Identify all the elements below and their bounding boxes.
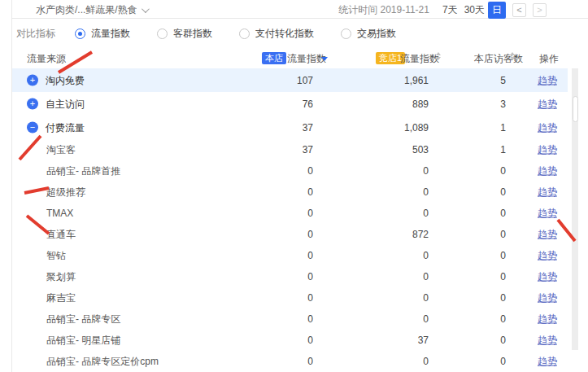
table-row: 淘宝客375031趋势 (12, 139, 568, 160)
visitors-value: 0 (500, 271, 506, 282)
rival-index-value: 0 (423, 292, 429, 304)
own-index-value: 0 (307, 208, 313, 219)
visitors-value: 0 (500, 186, 506, 198)
trend-link[interactable]: 趋势 (538, 356, 557, 367)
visitors-value: 0 (500, 335, 506, 346)
trend-link[interactable]: 趋势 (538, 121, 557, 133)
own-index-value: 0 (307, 271, 313, 282)
table-row: 超级推荐000趋势 (12, 182, 568, 203)
table-row: 品销宝- 品牌专区定价cpm000趋势 (12, 351, 568, 372)
column-visitors[interactable]: 本店访客数 (474, 52, 523, 66)
table-body: +淘内免费1071,9615趋势+自主访问768893趋势−付费流量371,08… (12, 68, 568, 372)
date-range-button-2[interactable]: 日 (488, 2, 506, 19)
source-name-cell: +淘内免费 (27, 73, 85, 87)
trend-link[interactable]: 趋势 (538, 271, 557, 282)
metric-radio-2[interactable]: 支付转化指数 (239, 27, 314, 41)
rival-index-value: 37 (418, 335, 429, 346)
visitors-value: 5 (500, 75, 506, 86)
compare-metrics-row: 对比指标 流量指数客群指数支付转化指数交易指数 (16, 27, 423, 41)
source-name-cell: 品销宝- 品牌专区 (46, 313, 120, 326)
trend-link[interactable]: 趋势 (538, 165, 557, 177)
source-name-label: 付费流量 (46, 120, 85, 134)
rival-index-value: 1,961 (404, 75, 429, 86)
metric-radio-0[interactable]: 流量指数 (75, 27, 130, 41)
rival-index-value: 889 (412, 98, 429, 110)
own-index-value: 76 (303, 98, 313, 110)
visitors-value: 0 (500, 165, 506, 177)
next-day-button[interactable]: > (533, 3, 547, 17)
source-name-cell: 直通车 (46, 228, 76, 242)
source-name-cell: 智钻 (46, 249, 66, 263)
scrollbar-track[interactable] (572, 68, 578, 350)
table-row: 品销宝- 品牌专区000趋势 (12, 309, 568, 330)
source-name-cell: 品销宝- 品牌首推 (46, 164, 120, 178)
source-name-cell: 品销宝- 品牌专区定价cpm (46, 355, 159, 369)
source-name-cell: +自主访问 (27, 97, 85, 111)
trend-link[interactable]: 趋势 (538, 250, 557, 261)
metric-radio-3[interactable]: 交易指数 (341, 27, 396, 41)
sort-icon[interactable] (510, 52, 515, 60)
visitors-value: 1 (500, 122, 506, 133)
source-name-label: 品销宝- 品牌首推 (46, 164, 120, 178)
collapse-minus-icon[interactable]: − (27, 122, 38, 133)
table-row: 智钻000趋势 (12, 245, 568, 266)
trend-link[interactable]: 趋势 (538, 144, 557, 155)
own-index-value: 0 (307, 165, 313, 177)
source-name-label: TMAX (46, 208, 73, 219)
own-index-value: 0 (307, 229, 313, 240)
rival-index-value: 1,089 (404, 122, 429, 133)
trend-link[interactable]: 趋势 (538, 292, 557, 304)
own-index-value: 0 (307, 186, 313, 198)
own-index-value: 37 (303, 144, 313, 155)
expand-plus-icon[interactable]: + (27, 75, 38, 86)
trend-link[interactable]: 趋势 (538, 335, 557, 346)
source-name-label: 自主访问 (46, 97, 85, 111)
stat-time-label: 统计时间 2019-11-21 (338, 3, 429, 17)
category-label: 水产肉类/...鲜蔬果/熟食 (36, 3, 137, 17)
prev-day-button[interactable]: < (512, 3, 526, 17)
own-shop-badge: 本店 (262, 52, 286, 64)
visitors-value: 0 (500, 292, 506, 304)
radio-selected-icon (75, 28, 85, 39)
source-name-cell: 品销宝- 明星店铺 (46, 334, 120, 348)
own-index-value: 0 (307, 356, 313, 367)
sort-desc-icon[interactable] (321, 52, 328, 63)
source-name-label: 品销宝- 品牌专区 (46, 313, 120, 326)
column-own-index[interactable]: 流量指数 (287, 52, 326, 66)
column-rival-index[interactable]: 流量指数 (400, 52, 439, 66)
scrollbar-thumb[interactable] (573, 96, 578, 122)
rival-index-value: 0 (423, 356, 429, 367)
trend-link[interactable]: 趋势 (538, 208, 557, 219)
visitors-value: 0 (500, 208, 506, 219)
trend-link[interactable]: 趋势 (538, 229, 557, 240)
table-row: 麻吉宝000趋势 (12, 287, 568, 309)
trend-link[interactable]: 趋势 (538, 313, 557, 325)
table-row: 直通车08720趋势 (12, 224, 568, 245)
table-row: −付费流量371,0891趋势 (12, 116, 568, 139)
trend-link[interactable]: 趋势 (538, 186, 557, 198)
category-selector[interactable]: 水产肉类/...鲜蔬果/熟食 (36, 3, 147, 17)
table-row: 品销宝- 明星店铺0370趋势 (12, 330, 568, 351)
rival-index-value: 0 (423, 271, 429, 282)
date-range-button-1[interactable]: 30天 (461, 2, 488, 19)
source-name-cell: TMAX (46, 208, 73, 219)
sort-icon[interactable] (436, 52, 441, 60)
visitors-value: 1 (500, 144, 506, 155)
metric-radio-1[interactable]: 客群指数 (157, 27, 212, 41)
chevron-down-icon (142, 5, 150, 13)
own-index-value: 107 (297, 75, 313, 86)
rival-index-value: 0 (423, 313, 429, 325)
date-range-button-0[interactable]: 7天 (439, 2, 461, 19)
source-name-cell: −付费流量 (27, 120, 85, 134)
rival-index-value: 0 (423, 186, 429, 198)
trend-link[interactable]: 趋势 (538, 74, 557, 85)
radio-icon (341, 28, 351, 39)
column-source: 流量来源 (27, 52, 66, 66)
rival-index-value: 872 (412, 229, 429, 240)
radio-icon (239, 28, 250, 39)
trend-link[interactable]: 趋势 (538, 98, 557, 109)
expand-plus-icon[interactable]: + (27, 98, 38, 110)
date-controls: 统计时间 2019-11-21 7天30天日 < > (338, 2, 547, 19)
source-name-label: 聚划算 (46, 270, 76, 284)
rival-index-value: 0 (423, 165, 429, 177)
